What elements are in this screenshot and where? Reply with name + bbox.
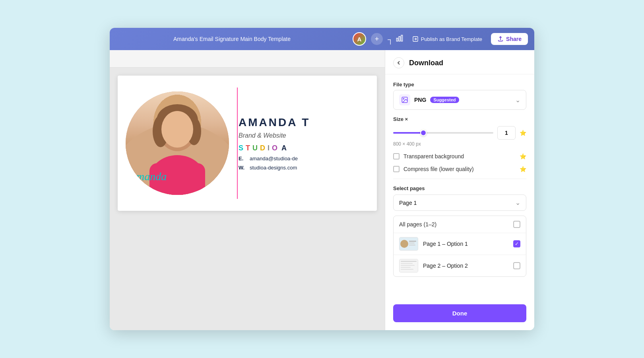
panel-header: Download: [385, 50, 534, 74]
pages-list: All pages (1–2): [393, 216, 526, 277]
size-input-area: 1 ⭐: [393, 126, 526, 140]
size-section: Size × 1 ⭐ 800 × 400 px: [393, 116, 526, 147]
design-card: Amanda AMANDA T Brand & Website S T U D …: [118, 76, 377, 211]
header-title: Amanda's Email Signature Main Body Templ…: [116, 36, 348, 42]
studio-u: U: [252, 144, 259, 152]
studio-a: A: [281, 144, 288, 152]
email-label: E.: [239, 156, 246, 161]
header-left: Amanda's Email Signature Main Body Templ…: [116, 36, 348, 42]
person-photo: Amanda: [126, 91, 229, 195]
back-button[interactable]: [393, 57, 404, 68]
page-1-checkbox[interactable]: ✓: [513, 240, 520, 247]
svg-point-10: [161, 111, 193, 148]
page-2-row[interactable]: Page 2 – Option 2: [394, 255, 526, 276]
transparent-pro-icon: ⭐: [520, 153, 526, 160]
all-pages-checkbox[interactable]: [513, 221, 520, 228]
add-button[interactable]: +: [371, 33, 383, 45]
page-2-name: Page 2 – Option 2: [423, 263, 508, 269]
publish-button[interactable]: Publish as Brand Template: [408, 33, 486, 45]
all-pages-text: All pages (1–2): [399, 221, 436, 228]
page-1-name: Page 1 – Option 1: [423, 241, 508, 247]
selected-page-text: Page 1: [399, 200, 417, 206]
size-number-input[interactable]: 1: [497, 126, 516, 140]
panel-title: Download: [409, 59, 443, 67]
app-container: Amanda's Email Signature Main Body Templ…: [110, 28, 534, 330]
svg-point-14: [403, 98, 404, 99]
card-content: AMANDA T Brand & Website S T U D I O A: [229, 108, 377, 179]
studio-d: D: [260, 144, 266, 152]
studio-t: T: [246, 144, 251, 152]
file-type-dropdown[interactable]: PNG Suggested ⌄: [393, 90, 526, 110]
header: Amanda's Email Signature Main Body Templ…: [110, 28, 534, 50]
avatar[interactable]: A: [353, 32, 366, 46]
suggested-badge: Suggested: [430, 97, 459, 103]
divider: [393, 179, 526, 179]
svg-rect-17: [409, 241, 416, 242]
web-label: W.: [239, 165, 246, 171]
email-value: amanda@studioa-de: [250, 156, 298, 161]
email-line: E. amanda@studioa-de: [239, 156, 367, 161]
pro-crown-icon: ⭐: [520, 130, 526, 136]
canvas-content: Amanda AMANDA T Brand & Website S T U D …: [110, 68, 385, 330]
compress-pro-icon: ⭐: [520, 166, 526, 172]
transparent-bg-checkbox[interactable]: [393, 153, 400, 160]
page-2-thumbnail: [399, 259, 418, 272]
svg-rect-18: [409, 243, 415, 243]
page-2-thumb-svg: [400, 259, 418, 272]
file-type-icon: [399, 94, 410, 105]
svg-rect-19: [409, 245, 415, 245]
file-type-name: PNG: [414, 97, 426, 103]
svg-rect-24: [401, 267, 411, 268]
svg-rect-0: [396, 38, 398, 41]
image-icon: [401, 96, 408, 103]
select-pages-label: Select pages: [393, 185, 526, 191]
slider-thumb: [420, 130, 427, 136]
svg-rect-23: [401, 265, 415, 266]
chart-icon[interactable]: ┐: [388, 34, 403, 44]
all-pages-row[interactable]: All pages (1–2): [394, 216, 526, 233]
download-panel: Download File type PNG Suggested ⌄: [385, 50, 534, 330]
page-2-checkbox[interactable]: [513, 262, 520, 269]
share-button[interactable]: Share: [491, 33, 528, 45]
pages-dropdown[interactable]: Page 1 ⌄: [393, 195, 526, 211]
svg-rect-21: [401, 261, 417, 262]
select-pages-section: Select pages Page 1 ⌄ All pages (1–2): [393, 185, 526, 277]
share-icon: [497, 36, 504, 42]
page-1-thumb-svg: [400, 237, 418, 250]
compress-row: Compress file (lower quality) ⭐: [393, 166, 526, 172]
web-line: W. studioa-designs.com: [239, 165, 367, 171]
web-value: studioa-designs.com: [250, 165, 297, 171]
pages-chevron-icon: ⌄: [515, 199, 520, 206]
done-button[interactable]: Done: [393, 304, 526, 322]
svg-rect-1: [399, 36, 400, 41]
canvas-area: Amanda AMANDA T Brand & Website S T U D …: [110, 50, 385, 330]
transparent-bg-label: Transparent background: [403, 153, 464, 160]
svg-rect-25: [401, 269, 413, 270]
page-1-row[interactable]: Page 1 – Option 1 ✓: [394, 233, 526, 255]
canvas-toolbar: [110, 50, 385, 68]
studio-o: O: [272, 144, 279, 152]
size-header: Size ×: [393, 116, 526, 122]
design-name: AMANDA T: [239, 116, 367, 129]
studio-i: I: [268, 144, 271, 152]
studio-logo: S T U D I O A: [239, 144, 367, 152]
file-type-section: File type PNG Suggested ⌄: [393, 82, 526, 110]
person-image: Amanda: [126, 91, 229, 195]
size-slider[interactable]: [393, 132, 493, 134]
studio-s: S: [239, 144, 244, 152]
compress-checkbox[interactable]: [393, 166, 400, 172]
publish-icon: [412, 36, 419, 42]
main-area: Amanda AMANDA T Brand & Website S T U D …: [110, 50, 534, 330]
panel-body: File type PNG Suggested ⌄: [385, 74, 534, 300]
chevron-down-icon: ⌄: [515, 96, 520, 104]
page-1-thumbnail: [399, 237, 418, 251]
size-label: Size ×: [393, 116, 408, 122]
design-subtitle: Brand & Website: [239, 132, 367, 139]
back-icon: [396, 60, 401, 65]
pink-divider: [237, 88, 238, 199]
svg-rect-22: [401, 263, 413, 264]
size-px-label: 800 × 400 px: [393, 141, 526, 147]
signature: Amanda: [130, 170, 167, 183]
file-type-label: File type: [393, 82, 526, 88]
svg-point-16: [400, 240, 408, 248]
